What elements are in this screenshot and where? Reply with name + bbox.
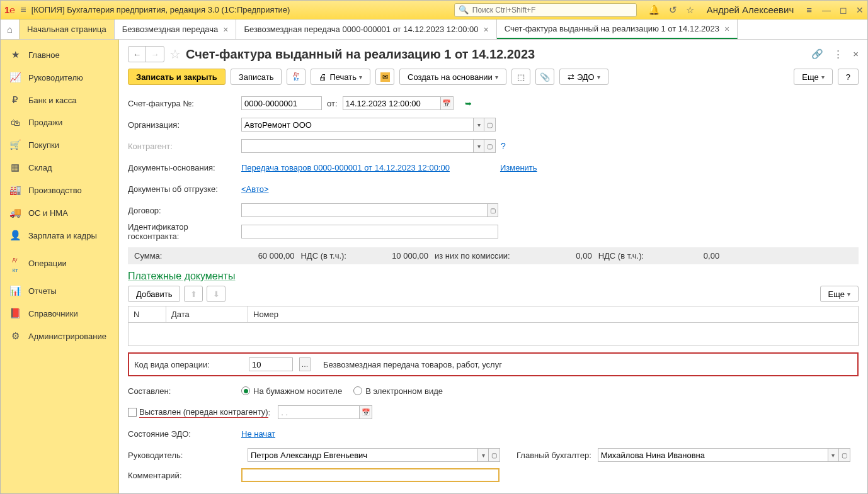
maximize-button[interactable]: ◻ [840, 5, 847, 15]
save-close-button[interactable]: Записать и закрыть [128, 69, 226, 85]
table-more-button[interactable]: Еще [820, 286, 859, 302]
opcode-select-button[interactable]: … [299, 357, 311, 371]
sidebar-item-hr[interactable]: 👤Зарплата и кадры [1, 224, 118, 247]
link-icon[interactable]: 🔗 [811, 48, 823, 60]
menu-icon[interactable]: ≡ [20, 4, 26, 16]
person-icon: 👤 [9, 230, 21, 241]
sidebar-item-production[interactable]: 🏭Производство [1, 179, 118, 201]
add-button[interactable]: Добавить [128, 286, 180, 302]
back-button[interactable]: ← [128, 47, 146, 62]
favorite-icon[interactable]: ☆ [169, 47, 181, 62]
col-date[interactable]: Дата [166, 306, 248, 323]
open-icon[interactable]: ▢ [484, 139, 496, 153]
sidebar-item-reports[interactable]: 📊Отчеты [1, 279, 118, 302]
mail-button[interactable]: ✉ [375, 69, 394, 85]
issued-label[interactable]: Выставлен (передан контрагенту) [139, 407, 268, 418]
tab-close-icon[interactable]: × [724, 24, 729, 34]
open-icon[interactable]: ▢ [487, 203, 498, 217]
tab-start[interactable]: Начальная страница [20, 20, 115, 39]
create-based-button[interactable]: Создать на основании [399, 69, 506, 85]
sidebar-item-directories[interactable]: 📕Справочники [1, 302, 118, 325]
minimize-button[interactable]: — [822, 5, 831, 15]
radio-checked-icon [241, 386, 250, 395]
global-search[interactable]: 🔍 [454, 3, 637, 17]
dropdown-icon[interactable]: ▾ [828, 448, 839, 462]
issued-date-input[interactable]: . . [278, 405, 360, 419]
opcode-input[interactable] [249, 357, 293, 371]
edo-state-link[interactable]: Не начат [241, 429, 275, 439]
close-page-icon[interactable]: × [853, 48, 859, 60]
col-n[interactable]: N [128, 306, 166, 323]
dropdown-icon[interactable]: ▾ [477, 448, 489, 462]
sidebar-item-assets[interactable]: 🚚ОС и НМА [1, 201, 118, 224]
radio-paper[interactable]: На бумажном носителе [241, 386, 342, 396]
search-icon: 🔍 [459, 5, 469, 14]
move-down-button[interactable]: ⬇ [207, 286, 226, 302]
tab-close-icon[interactable]: × [223, 25, 228, 35]
sidebar-item-bank[interactable]: ₽Банк и касса [1, 89, 118, 111]
home-tab-icon[interactable]: ⌂ [1, 20, 20, 39]
edo-button[interactable]: ⇄ ЭДО [559, 69, 608, 85]
forward-button[interactable]: → [146, 47, 164, 62]
kebab-icon[interactable]: ⋮ [833, 48, 843, 60]
help-icon[interactable]: ? [501, 141, 506, 151]
more-button[interactable]: Еще [794, 69, 832, 85]
comment-label: Комментарий: [128, 471, 241, 480]
basis-link[interactable]: Передача товаров 0000-000001 от 14.12.20… [241, 163, 450, 172]
dropdown-icon[interactable]: ▾ [473, 118, 484, 132]
basis-change-link[interactable]: Изменить [500, 163, 537, 172]
sidebar-item-main[interactable]: ★Главное [1, 43, 118, 66]
help-button[interactable]: ? [838, 69, 859, 85]
user-menu-icon[interactable]: ≡ [806, 4, 812, 15]
sidebar-item-operations[interactable]: ДтКтОперации [1, 247, 118, 279]
close-button[interactable]: ✕ [856, 5, 864, 15]
contract-input[interactable] [241, 203, 487, 217]
book-icon: 📕 [9, 308, 21, 319]
tab-close-icon[interactable]: × [483, 25, 488, 35]
sf-no-input[interactable] [241, 96, 322, 110]
apply-icon[interactable]: ➥ [465, 99, 472, 108]
attach-button[interactable] [535, 69, 554, 85]
dropdown-icon[interactable]: ▾ [473, 139, 484, 153]
org-input[interactable] [241, 118, 473, 132]
save-button[interactable]: Записать [231, 69, 282, 85]
open-icon[interactable]: ▢ [839, 448, 850, 462]
structure-button[interactable]: ⬚ [511, 69, 530, 85]
issued-checkbox[interactable] [128, 408, 137, 417]
bell-icon[interactable]: 🔔 [648, 4, 660, 16]
tab-transfer[interactable]: Безвозмездная передача × [115, 20, 237, 39]
sidebar-item-admin[interactable]: ⚙Администрирование [1, 325, 118, 347]
col-num[interactable]: Номер [248, 306, 859, 323]
move-up-button[interactable]: ⬆ [184, 286, 203, 302]
sum-value: 60 000,00 [168, 251, 294, 261]
calendar-icon[interactable]: 📅 [441, 96, 454, 110]
tab-invoice[interactable]: Счет-фактура выданный на реализацию 1 от… [497, 20, 738, 39]
bag-icon: 🛍 [9, 117, 21, 128]
search-input[interactable] [472, 6, 632, 14]
open-icon[interactable]: ▢ [484, 118, 496, 132]
username[interactable]: Андрей Алексеевич [707, 4, 794, 15]
tab-label: Безвозмездная передача 0000-000001 от 14… [244, 25, 478, 34]
sidebar-item-sales[interactable]: 🛍Продажи [1, 111, 118, 133]
calendar-icon[interactable]: 📅 [360, 405, 372, 419]
manager-input[interactable] [248, 448, 477, 462]
comment-input[interactable] [241, 468, 500, 482]
accountant-label: Главный бухгалтер: [517, 451, 591, 460]
print-button[interactable]: Печать [311, 69, 370, 85]
counterparty-input[interactable] [241, 139, 473, 153]
date-input[interactable] [343, 96, 441, 110]
star-icon[interactable]: ☆ [686, 4, 694, 16]
radio-electronic[interactable]: В электронном виде [353, 386, 443, 396]
sidebar-item-warehouse[interactable]: ▦Склад [1, 156, 118, 179]
tab-transfer-doc[interactable]: Безвозмездная передача 0000-000001 от 14… [236, 20, 496, 39]
accountant-input[interactable] [598, 448, 828, 462]
history-icon[interactable]: ↺ [669, 4, 677, 16]
shipping-link[interactable]: <Авто> [241, 184, 269, 194]
sidebar-item-manager[interactable]: 📈Руководителю [1, 66, 118, 89]
open-icon[interactable]: ▢ [489, 448, 500, 462]
radio-icon [353, 386, 362, 395]
gos-input[interactable] [241, 225, 498, 239]
payments-table-body[interactable] [128, 323, 859, 346]
dtkt-button[interactable]: ДтКт [287, 69, 306, 85]
sidebar-item-purchases[interactable]: 🛒Покупки [1, 133, 118, 156]
